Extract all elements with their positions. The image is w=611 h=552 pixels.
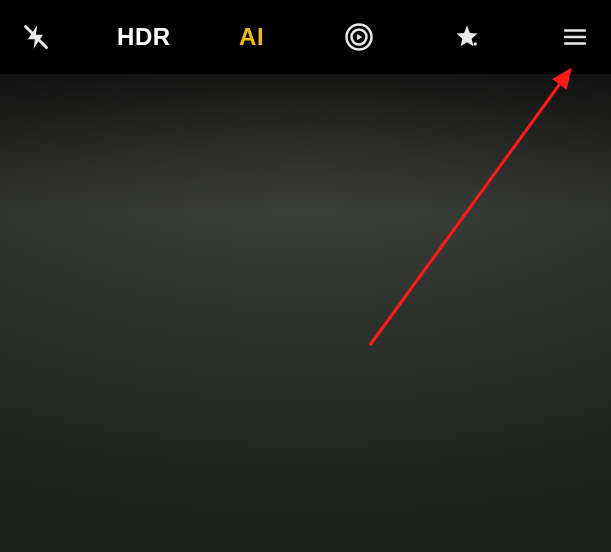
filters-button[interactable]: [443, 13, 491, 61]
svg-point-5: [474, 42, 478, 46]
camera-topbar: HDR AI: [0, 0, 611, 74]
svg-marker-4: [358, 34, 363, 40]
menu-button[interactable]: [551, 13, 599, 61]
magic-star-icon: [453, 23, 481, 51]
live-photo-icon: [344, 22, 374, 52]
hdr-toggle[interactable]: HDR: [120, 13, 168, 61]
hamburger-menu-icon: [562, 24, 588, 50]
live-photo-toggle[interactable]: [335, 13, 383, 61]
hdr-label: HDR: [117, 23, 171, 51]
ai-label: AI: [239, 23, 264, 51]
flash-toggle[interactable]: [12, 13, 60, 61]
flash-off-icon: [22, 23, 50, 51]
ai-toggle[interactable]: AI: [228, 13, 276, 61]
camera-viewfinder[interactable]: [0, 74, 611, 552]
